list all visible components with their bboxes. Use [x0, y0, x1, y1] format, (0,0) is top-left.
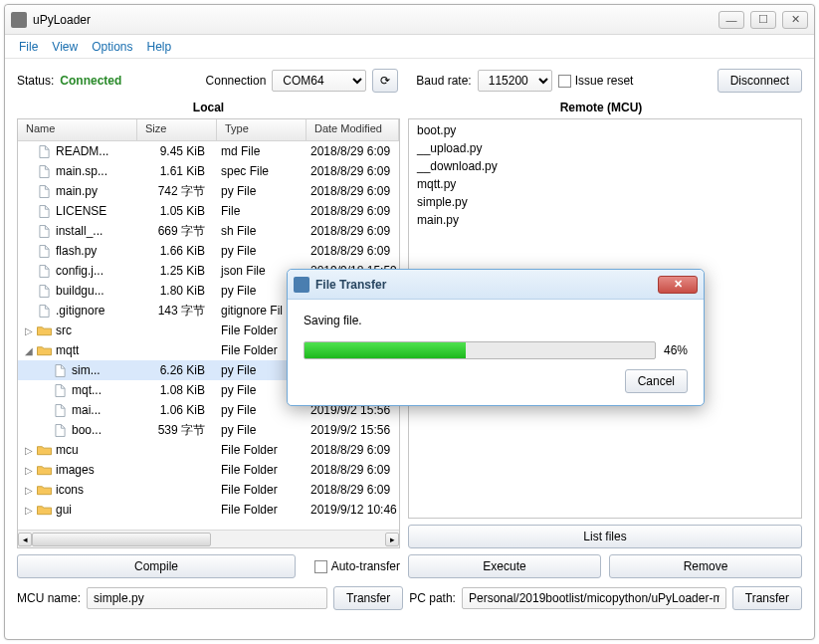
- expander-icon[interactable]: ◢: [24, 345, 34, 356]
- titlebar: uPyLoader — ☐ ✕: [5, 5, 814, 35]
- file-date: 2018/8/29 6:09: [307, 164, 399, 178]
- menu-help[interactable]: Help: [147, 40, 172, 54]
- expander-icon[interactable]: ▷: [24, 485, 34, 496]
- folder-icon: [36, 503, 52, 517]
- file-name: mqt...: [72, 383, 102, 397]
- folder-row[interactable]: ▷mcuFile Folder2018/8/29 6:09: [18, 440, 399, 460]
- remote-file[interactable]: boot.py: [417, 123, 793, 141]
- file-date: 2019/9/12 10:46: [307, 503, 399, 517]
- horizontal-scrollbar[interactable]: ◂ ▸: [18, 530, 399, 547]
- execute-button[interactable]: Execute: [408, 554, 601, 578]
- transfer-to-pc-button[interactable]: Transfer: [732, 586, 802, 610]
- minimize-button[interactable]: —: [718, 11, 744, 29]
- maximize-button[interactable]: ☐: [750, 11, 776, 29]
- dialog-titlebar: File Transfer ✕: [288, 270, 704, 300]
- file-name: READM...: [56, 144, 108, 158]
- file-type: py File: [217, 184, 307, 198]
- file-size: 1.66 KiB: [137, 244, 217, 258]
- menu-options[interactable]: Options: [92, 40, 132, 54]
- file-name: mqtt: [56, 343, 79, 357]
- col-date[interactable]: Date Modified: [307, 119, 399, 140]
- file-row[interactable]: flash.py1.66 KiBpy File2018/8/29 6:09: [18, 241, 399, 261]
- dialog-close-button[interactable]: ✕: [658, 276, 698, 294]
- expander-icon[interactable]: ▷: [24, 445, 34, 456]
- folder-row[interactable]: ▷iconsFile Folder2018/8/29 6:09: [18, 480, 399, 500]
- file-size: 143 字节: [137, 303, 217, 320]
- file-name: mcu: [56, 443, 79, 457]
- file-name: config.j...: [56, 264, 103, 278]
- scroll-thumb[interactable]: [32, 533, 211, 546]
- file-date: 2019/9/2 15:56: [307, 423, 399, 437]
- status-value: Connected: [60, 74, 121, 88]
- file-name: LICENSE: [56, 204, 106, 218]
- menu-view[interactable]: View: [52, 40, 78, 54]
- baud-select[interactable]: 115200: [478, 70, 552, 92]
- close-button[interactable]: ✕: [782, 11, 808, 29]
- col-type[interactable]: Type: [217, 119, 307, 140]
- file-size: 539 字节: [137, 422, 217, 439]
- connection-select[interactable]: COM64: [272, 70, 366, 92]
- file-icon: [36, 204, 52, 218]
- file-type: File Folder: [217, 443, 307, 457]
- scroll-left-icon[interactable]: ◂: [18, 533, 32, 546]
- file-name: main.py: [56, 184, 98, 198]
- file-name: icons: [56, 483, 84, 497]
- file-size: 1.61 KiB: [137, 164, 217, 178]
- cancel-button[interactable]: Cancel: [625, 369, 688, 393]
- remote-file[interactable]: main.py: [417, 213, 793, 231]
- file-name: main.sp...: [56, 164, 107, 178]
- remote-file[interactable]: __upload.py: [417, 141, 793, 159]
- file-row[interactable]: LICENSE1.05 KiBFile2018/8/29 6:09: [18, 201, 399, 221]
- checkbox-icon: [558, 75, 571, 88]
- file-icon: [52, 403, 68, 417]
- pc-path-label: PC path:: [409, 591, 456, 605]
- col-name[interactable]: Name: [18, 119, 137, 140]
- folder-row[interactable]: ▷imagesFile Folder2018/8/29 6:09: [18, 460, 399, 480]
- file-size: 6.26 KiB: [137, 363, 217, 377]
- auto-transfer-checkbox[interactable]: Auto-transfer: [304, 554, 400, 578]
- disconnect-button[interactable]: Disconnect: [717, 69, 802, 93]
- menu-file[interactable]: File: [19, 40, 38, 54]
- progress-fill: [305, 342, 466, 358]
- file-type: File Folder: [217, 483, 307, 497]
- transfer-to-mcu-button[interactable]: Transfer: [333, 586, 403, 610]
- scroll-right-icon[interactable]: ▸: [385, 533, 399, 546]
- file-row[interactable]: boo...539 字节py File2019/9/2 15:56: [18, 420, 399, 440]
- issue-reset-label: Issue reset: [575, 74, 634, 88]
- file-row[interactable]: install_...669 字节sh File2018/8/29 6:09: [18, 221, 399, 241]
- mcu-name-label: MCU name:: [17, 591, 81, 605]
- col-size[interactable]: Size: [137, 119, 217, 140]
- file-row[interactable]: READM...9.45 KiBmd File2018/8/29 6:09: [18, 141, 399, 161]
- remote-file[interactable]: simple.py: [417, 195, 793, 213]
- file-size: 1.08 KiB: [137, 383, 217, 397]
- remote-file[interactable]: __download.py: [417, 159, 793, 177]
- local-title: Local: [17, 101, 400, 114]
- folder-row[interactable]: ▷guiFile Folder2019/9/12 10:46: [18, 500, 399, 520]
- file-type: md File: [217, 144, 307, 158]
- refresh-button[interactable]: ⟳: [372, 69, 398, 93]
- file-name: boo...: [72, 423, 102, 437]
- file-icon: [36, 264, 52, 278]
- file-size: 1.06 KiB: [137, 403, 217, 417]
- file-icon: [36, 244, 52, 258]
- mcu-name-input[interactable]: [87, 587, 327, 609]
- file-date: 2018/8/29 6:09: [307, 144, 399, 158]
- compile-button[interactable]: Compile: [17, 554, 296, 578]
- remove-button[interactable]: Remove: [609, 554, 802, 578]
- pc-path-input[interactable]: [462, 587, 726, 609]
- file-row[interactable]: main.py742 字节py File2018/8/29 6:09: [18, 181, 399, 201]
- expander-icon[interactable]: ▷: [24, 465, 34, 476]
- file-row[interactable]: main.sp...1.61 KiBspec File2018/8/29 6:0…: [18, 161, 399, 181]
- file-name: buildgu...: [56, 284, 104, 298]
- expander-icon[interactable]: ▷: [24, 325, 34, 336]
- folder-icon: [36, 463, 52, 477]
- dialog-title: File Transfer: [315, 278, 386, 292]
- remote-file[interactable]: mqtt.py: [417, 177, 793, 195]
- file-date: 2018/8/29 6:09: [307, 224, 399, 238]
- expander-icon[interactable]: ▷: [24, 505, 34, 516]
- list-files-button[interactable]: List files: [408, 525, 802, 548]
- action-row: Compile Auto-transfer Execute Remove: [17, 554, 802, 578]
- issue-reset-checkbox[interactable]: Issue reset: [558, 74, 634, 88]
- file-date: 2018/8/29 6:09: [307, 443, 399, 457]
- folder-icon: [36, 443, 52, 457]
